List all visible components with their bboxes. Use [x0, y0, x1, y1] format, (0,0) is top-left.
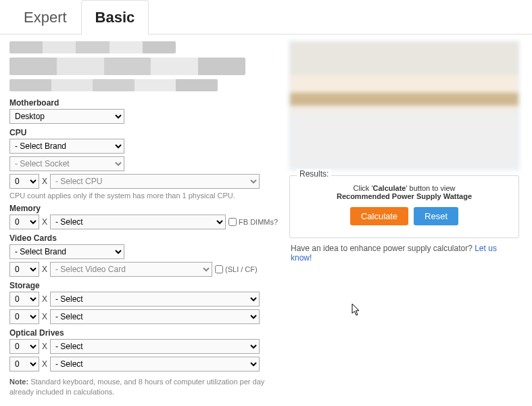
x-separator: X [42, 294, 47, 304]
feedback-line: Have an idea to enhance power supply cal… [289, 244, 519, 263]
video-count-select[interactable]: 0 [9, 262, 39, 277]
x-separator: X [42, 265, 47, 274]
cpu-count-select[interactable]: 0 [9, 174, 39, 189]
optical-type-select-1[interactable]: - Select [50, 357, 260, 371]
storage-count-select-1[interactable]: 0 [9, 309, 39, 324]
x-separator: X [42, 217, 47, 227]
memory-type-select[interactable]: - Select [50, 215, 226, 229]
ad-placeholder-right [289, 41, 519, 170]
slicf-checkbox[interactable] [215, 265, 223, 273]
storage-label: Storage [9, 281, 287, 290]
motherboard-select[interactable]: Desktop [9, 109, 124, 124]
optical-count-select-1[interactable]: 0 [9, 357, 39, 371]
results-column: Results: Click 'Calculate' button to vie… [289, 41, 519, 398]
reset-button[interactable]: Reset [414, 207, 458, 225]
video-brand-select[interactable]: - Select Brand [9, 244, 124, 259]
video-label: Video Cards [9, 233, 287, 243]
optical-count-select-0[interactable]: 0 [9, 339, 39, 354]
optical-label: Optical Drives [9, 328, 287, 338]
results-box: Results: Click 'Calculate' button to vie… [289, 175, 519, 238]
video-model-select[interactable]: - Select Video Card [50, 262, 212, 277]
optical-type-select-0[interactable]: - Select [50, 339, 260, 354]
results-legend: Results: [297, 169, 331, 179]
storage-type-select-0[interactable]: - Select [50, 292, 260, 307]
results-instruction: Click 'Calculate' button to view Recomme… [299, 184, 509, 200]
memory-count-select[interactable]: 0 [9, 215, 39, 229]
tab-basic[interactable]: Basic [81, 0, 149, 35]
content-area: Motherboard Desktop CPU - Select Brand -… [0, 35, 532, 405]
slicf-label: (SLI / CF) [215, 265, 258, 273]
cpu-socket-select[interactable]: - Select Socket [9, 156, 124, 171]
calculate-button[interactable]: Calculate [350, 207, 408, 225]
tab-expert[interactable]: Expert [9, 0, 81, 35]
storage-type-select-1[interactable]: - Select [50, 309, 260, 324]
x-separator: X [42, 342, 47, 351]
x-separator: X [42, 177, 47, 186]
note-text: Note: Standard keyboard, mouse, and 8 ho… [9, 377, 287, 398]
form-column: Motherboard Desktop CPU - Select Brand -… [9, 41, 287, 398]
cpu-model-select[interactable]: - Select CPU [50, 174, 260, 189]
fbdimms-label: FB DIMMs? [228, 218, 278, 226]
cpu-label: CPU [9, 128, 287, 137]
fbdimms-checkbox[interactable] [228, 218, 237, 226]
x-separator: X [42, 312, 47, 321]
memory-label: Memory [9, 204, 287, 213]
ad-placeholder-top [9, 41, 287, 91]
x-separator: X [42, 359, 47, 369]
motherboard-label: Motherboard [9, 98, 287, 108]
cpu-brand-select[interactable]: - Select Brand [9, 139, 124, 154]
storage-count-select-0[interactable]: 0 [9, 292, 39, 307]
tab-bar: Expert Basic [0, 0, 532, 35]
cpu-hint: CPU count applies only if the system has… [9, 191, 287, 200]
